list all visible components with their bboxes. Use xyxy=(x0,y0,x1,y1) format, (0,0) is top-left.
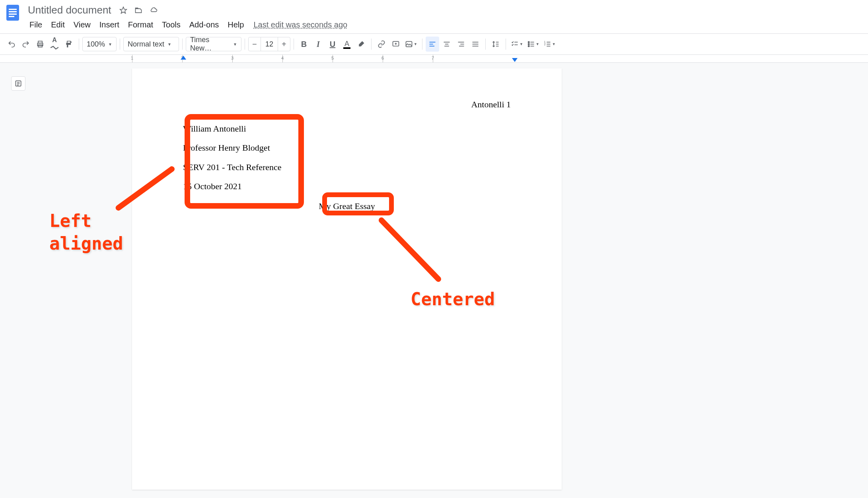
ruler-num: 5 xyxy=(331,56,334,60)
menu-format[interactable]: Format xyxy=(124,19,157,31)
font-size-input[interactable] xyxy=(261,37,278,51)
essay-title[interactable]: My Great Essay xyxy=(183,201,511,211)
font-size-increase[interactable]: + xyxy=(278,37,290,51)
underline-button[interactable]: U xyxy=(326,37,339,52)
document-area: Antonelli 1 William Antonelli Professor … xyxy=(0,63,868,498)
font-size-decrease[interactable]: − xyxy=(249,37,261,51)
app-header: Untitled document File Edit View Insert … xyxy=(0,0,868,31)
menu-tools[interactable]: Tools xyxy=(158,19,185,31)
ruler-num: 1 xyxy=(131,56,133,60)
doc-line[interactable]: 15 October 2021 xyxy=(183,177,511,196)
ruler-num: 3 xyxy=(231,56,234,60)
align-left-button[interactable] xyxy=(426,37,439,52)
move-icon[interactable] xyxy=(133,5,144,16)
separator xyxy=(294,39,294,50)
align-right-button[interactable] xyxy=(454,37,468,52)
doc-line[interactable]: William Antonelli xyxy=(183,119,511,138)
bold-button[interactable]: B xyxy=(297,37,311,52)
svg-text:2: 2 xyxy=(544,43,545,46)
document-title[interactable]: Untitled document xyxy=(25,3,114,17)
separator xyxy=(422,39,422,50)
font-size-group: − + xyxy=(248,37,290,51)
insert-link-button[interactable] xyxy=(375,37,388,52)
ruler[interactable]: 1 2 3 4 5 6 7 xyxy=(0,55,868,63)
paragraph-style-dropdown[interactable]: Normal text▼ xyxy=(123,37,179,51)
annotation-text: Left xyxy=(49,209,123,232)
zoom-dropdown[interactable]: 100%▼ xyxy=(82,37,117,51)
svg-point-32 xyxy=(528,45,529,47)
svg-marker-5 xyxy=(120,7,127,13)
checklist-button[interactable]: ▼ xyxy=(509,37,525,52)
ruler-num: 7 xyxy=(432,56,434,60)
separator xyxy=(371,39,372,50)
annotation-text: aligned xyxy=(49,232,123,255)
font-dropdown[interactable]: Times New…▼ xyxy=(186,37,241,51)
svg-rect-1 xyxy=(9,9,17,10)
title-row: Untitled document xyxy=(25,3,863,17)
redo-button[interactable] xyxy=(19,37,33,52)
spellcheck-button[interactable]: A xyxy=(48,37,61,52)
annotation-label-centered: Centered xyxy=(411,289,495,309)
annotation-label-left: Left aligned xyxy=(49,209,123,255)
undo-button[interactable] xyxy=(5,37,18,52)
align-justify-button[interactable] xyxy=(469,37,482,52)
page[interactable]: Antonelli 1 William Antonelli Professor … xyxy=(132,68,562,490)
font-value: Times New… xyxy=(190,36,230,52)
menubar: File Edit View Insert Format Tools Add-o… xyxy=(25,19,863,31)
cloud-status-icon[interactable] xyxy=(148,5,159,16)
zoom-value: 100% xyxy=(87,40,105,48)
italic-button[interactable]: I xyxy=(311,37,325,52)
paint-format-button[interactable] xyxy=(62,37,76,52)
ruler-num: 4 xyxy=(281,56,284,60)
svg-point-30 xyxy=(528,41,529,43)
doc-line[interactable]: Professor Henry Blodget xyxy=(183,138,511,157)
star-icon[interactable] xyxy=(118,5,129,16)
doc-line[interactable]: SERV 201 - Tech Reference xyxy=(183,158,511,177)
style-value: Normal text xyxy=(128,40,164,48)
separator xyxy=(79,39,79,50)
svg-rect-3 xyxy=(9,14,17,15)
ruler-right-margin[interactable] xyxy=(512,58,518,62)
outline-toggle[interactable] xyxy=(11,76,25,91)
separator xyxy=(120,39,120,50)
text-color-button[interactable]: A xyxy=(340,37,354,52)
annotation-line xyxy=(115,165,176,212)
svg-rect-2 xyxy=(9,11,17,12)
annotation-line xyxy=(378,216,442,283)
separator xyxy=(506,39,506,50)
insert-image-button[interactable]: ▼ xyxy=(403,37,419,52)
menu-edit[interactable]: Edit xyxy=(47,19,68,31)
title-area: Untitled document File Edit View Insert … xyxy=(25,3,863,31)
numbered-list-button[interactable]: 12▼ xyxy=(542,37,557,52)
ruler-indent-marker[interactable] xyxy=(181,56,186,60)
line-spacing-button[interactable] xyxy=(489,37,502,52)
menu-file[interactable]: File xyxy=(25,19,46,31)
separator xyxy=(485,39,486,50)
svg-rect-0 xyxy=(6,5,19,21)
heading-block[interactable]: William Antonelli Professor Henry Blodge… xyxy=(183,119,511,196)
ruler-num: 6 xyxy=(381,56,384,60)
svg-point-31 xyxy=(528,43,529,45)
add-comment-button[interactable] xyxy=(389,37,403,52)
align-center-button[interactable] xyxy=(440,37,453,52)
separator xyxy=(182,39,183,50)
print-button[interactable] xyxy=(33,37,47,52)
menu-view[interactable]: View xyxy=(70,19,95,31)
toolbar: A 100%▼ Normal text▼ Times New…▼ − + B I… xyxy=(0,33,868,55)
separator xyxy=(245,39,245,50)
highlight-button[interactable] xyxy=(354,37,368,52)
last-edit-link[interactable]: Last edit was seconds ago xyxy=(253,20,347,29)
svg-rect-4 xyxy=(9,16,14,17)
bulleted-list-button[interactable]: ▼ xyxy=(525,37,541,52)
menu-addons[interactable]: Add-ons xyxy=(185,19,223,31)
menu-help[interactable]: Help xyxy=(224,19,248,31)
docs-logo[interactable] xyxy=(5,3,21,22)
menu-insert[interactable]: Insert xyxy=(95,19,123,31)
page-header-text[interactable]: Antonelli 1 xyxy=(183,99,511,110)
